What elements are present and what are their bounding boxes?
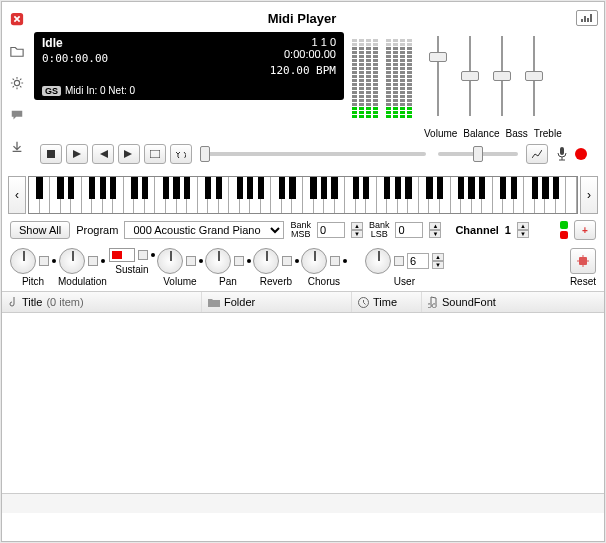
prev-button[interactable] [92, 144, 114, 164]
show-all-button[interactable]: Show All [10, 221, 70, 239]
pitch-label: Pitch [22, 276, 44, 287]
chorus-toggle[interactable] [330, 256, 340, 266]
folder-column[interactable]: Folder [202, 292, 352, 312]
reverb-toggle[interactable] [282, 256, 292, 266]
status-bar [2, 493, 604, 513]
svg-rect-6 [47, 150, 55, 158]
volume-knob-label: Volume [163, 276, 196, 287]
channel-label: Channel [455, 224, 498, 236]
user-spinner[interactable]: ▲▼ [432, 253, 444, 269]
pan-knob[interactable] [205, 248, 231, 274]
transport-row [34, 140, 598, 168]
modulation-knob[interactable] [59, 248, 85, 274]
seek-slider[interactable] [200, 152, 426, 156]
sustain-toggle[interactable] [138, 250, 148, 260]
undo-button[interactable] [170, 144, 192, 164]
play-button[interactable] [66, 144, 88, 164]
folder-icon[interactable] [8, 42, 26, 60]
gear-icon[interactable] [8, 74, 26, 92]
sustain-indicator [151, 253, 155, 257]
balance-slider[interactable] [460, 36, 480, 116]
reverb-indicator [295, 259, 299, 263]
modulation-toggle[interactable] [88, 256, 98, 266]
counter-numbers: 1 1 0 [284, 36, 336, 48]
volume-knob-group: Volume [157, 248, 203, 287]
title-column[interactable]: Title (0 item) [2, 292, 202, 312]
piano-scroll-right[interactable]: › [580, 176, 598, 214]
graph-button[interactable] [526, 144, 548, 164]
piano-keyboard[interactable] [28, 176, 578, 214]
vu-meters [350, 32, 414, 120]
net-row: GS Midi In: 0 Net: 0 [42, 85, 135, 96]
led-red [560, 231, 568, 239]
channel-spinner[interactable]: ▲▼ [517, 222, 529, 238]
loop-button[interactable] [144, 144, 166, 164]
stats-icon[interactable] [576, 10, 598, 26]
user-group: ▲▼ User [365, 248, 444, 287]
net-text: Midi In: 0 Net: 0 [65, 85, 135, 96]
user-toggle[interactable] [394, 256, 404, 266]
svg-point-9 [575, 148, 587, 160]
download-icon[interactable] [8, 138, 26, 156]
soundfont-column[interactable]: SoundFont [422, 292, 604, 312]
bank-lsb-input[interactable] [395, 222, 423, 238]
volume-knob[interactable] [157, 248, 183, 274]
counters: 1 1 0 0:00:00.00 [284, 36, 336, 60]
pitch-indicator [52, 259, 56, 263]
modulation-indicator [101, 259, 105, 263]
piano-scroll-left[interactable]: ‹ [8, 176, 26, 214]
volume-toggle[interactable] [186, 256, 196, 266]
modulation-label: Modulation [58, 276, 107, 287]
title-col-label: Title [22, 296, 42, 308]
reset-button[interactable] [570, 248, 596, 274]
reverb-group: Reverb [253, 248, 299, 287]
channel-value: 1 [505, 224, 511, 236]
reverb-knob[interactable] [253, 248, 279, 274]
bank-msb-input[interactable] [317, 222, 345, 238]
tempo-slider[interactable] [438, 152, 518, 156]
knobs-row: Pitch Modulation Sustain Volume Pan Reve… [2, 244, 604, 291]
channel-leds [560, 221, 568, 239]
top-area: Midi Player Idle 0:00:00.00 1 1 0 0:00:0… [2, 2, 604, 174]
stop-button[interactable] [40, 144, 62, 164]
pan-indicator [247, 259, 251, 263]
microphone-icon[interactable] [556, 146, 568, 162]
user-value-input[interactable] [407, 253, 429, 269]
soundfont-col-label: SoundFont [442, 296, 496, 308]
soundfont-icon [428, 296, 438, 308]
volume-label: Volume [424, 128, 457, 139]
program-dropdown[interactable]: 000 Acoustic Grand Piano [124, 221, 284, 239]
comment-icon[interactable] [8, 106, 26, 124]
folder-col-label: Folder [224, 296, 255, 308]
pitch-toggle[interactable] [39, 256, 49, 266]
display-row: Idle 0:00:00.00 1 1 0 0:00:00.00 120.00 … [34, 32, 598, 140]
program-label: Program [76, 224, 118, 236]
add-button[interactable]: + [574, 220, 596, 240]
app-title: Midi Player [34, 11, 570, 26]
record-button[interactable] [574, 147, 588, 161]
chorus-knob[interactable] [301, 248, 327, 274]
led-green [560, 221, 568, 229]
note-icon [8, 296, 18, 308]
bank-msb-spinner[interactable]: ▲▼ [351, 222, 363, 238]
sustain-pedal[interactable] [109, 248, 135, 262]
playlist-header: Title (0 item) Folder Time SoundFont [2, 291, 604, 313]
svg-rect-2 [581, 19, 583, 22]
treble-slider[interactable] [524, 36, 544, 116]
close-button[interactable] [8, 10, 26, 28]
volume-slider[interactable] [428, 36, 448, 116]
pitch-group: Pitch [10, 248, 56, 287]
user-knob[interactable] [365, 248, 391, 274]
chorus-label: Chorus [308, 276, 340, 287]
svg-rect-4 [587, 18, 589, 22]
pitch-knob[interactable] [10, 248, 36, 274]
bank-lsb-spinner[interactable]: ▲▼ [429, 222, 441, 238]
pan-toggle[interactable] [234, 256, 244, 266]
next-button[interactable] [118, 144, 140, 164]
svg-rect-10 [579, 257, 587, 265]
slider-section: Volume Balance Bass Treble [420, 32, 566, 140]
bass-slider[interactable] [492, 36, 512, 116]
time-column[interactable]: Time [352, 292, 422, 312]
playlist-body[interactable] [2, 313, 604, 493]
bass-label: Bass [506, 128, 528, 139]
